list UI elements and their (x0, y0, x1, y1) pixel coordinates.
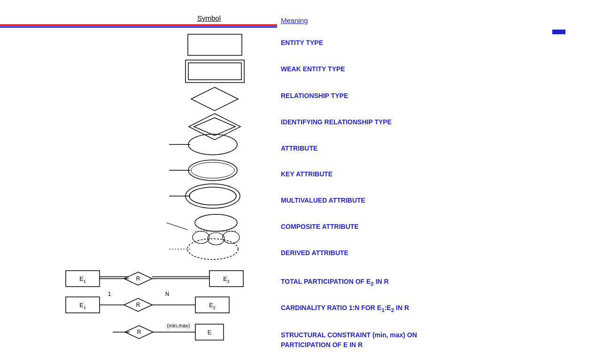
symbols-svg: E1 R E2 E1 1 R N E2 R (min,max) E (28, 28, 282, 364)
svg-point-21 (187, 239, 238, 259)
top-line-red (0, 24, 277, 26)
svg-text:E1: E1 (79, 275, 86, 284)
meaning-identifying-rel: IDENTIFYING RELATIONSHIP TYPE (281, 118, 392, 126)
meaning-relationship-type: RELATIONSHIP TYPE (281, 92, 348, 99)
svg-point-15 (195, 214, 237, 231)
svg-point-12 (186, 184, 240, 208)
mini-blue-rect (552, 30, 565, 34)
svg-line-14 (167, 223, 188, 230)
svg-rect-2 (188, 63, 241, 80)
meaning-structural-constraint: STRUCTURAL CONSTRAINT (min, max) ONPARTI… (281, 330, 417, 350)
meaning-composite: COMPOSITE ATTRIBUTE (281, 223, 359, 230)
meaning-derived: DERIVED ATTRIBUTE (281, 249, 348, 257)
meaning-entity-type: ENTITY TYPE (281, 39, 323, 46)
meaning-weak-entity-type: WEAK ENTITY TYPE (281, 65, 345, 73)
meaning-cardinality-ratio: CARDINALITY RATIO 1:N FOR E1:E2 IN R (281, 304, 409, 313)
svg-text:(min,max): (min,max) (167, 323, 190, 328)
svg-point-13 (189, 187, 236, 205)
svg-rect-0 (188, 34, 242, 55)
meaning-multivalued: MULTIVALUED ATTRIBUTE (281, 197, 365, 204)
meaning-total-participation: TOTAL PARTICIPATION OF E2 IN R (281, 278, 389, 287)
svg-text:R: R (136, 302, 140, 308)
svg-text:R: R (136, 275, 140, 282)
meaning-key-attribute: KEY ATTRIBUTE (281, 170, 332, 178)
header-meaning: Meaning (281, 16, 308, 24)
svg-point-10 (191, 162, 234, 178)
svg-text:E1: E1 (79, 302, 86, 310)
header-symbol: Symbol (197, 14, 221, 22)
svg-marker-3 (191, 87, 238, 111)
svg-text:E2: E2 (223, 275, 230, 284)
top-line-blue (0, 26, 277, 28)
svg-text:1: 1 (108, 291, 111, 297)
svg-text:N: N (165, 291, 170, 297)
svg-text:E2: E2 (209, 302, 216, 310)
svg-point-7 (188, 134, 237, 155)
svg-marker-5 (194, 118, 235, 136)
svg-text:R: R (137, 329, 141, 335)
svg-point-9 (188, 160, 237, 181)
svg-text:E: E (208, 329, 212, 336)
meaning-attribute: ATTRIBUTE (281, 144, 317, 152)
svg-point-18 (208, 233, 224, 245)
svg-rect-1 (186, 60, 244, 83)
